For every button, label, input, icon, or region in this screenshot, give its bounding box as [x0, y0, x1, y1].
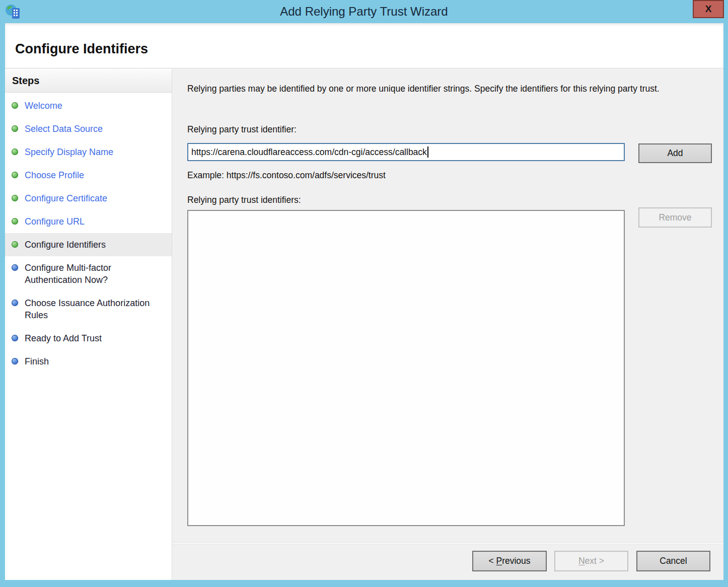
- previous-button[interactable]: < Previous: [472, 551, 547, 571]
- cancel-button[interactable]: Cancel: [636, 551, 710, 571]
- steps-sidebar: Steps WelcomeSelect Data SourceSpecify D…: [5, 69, 172, 580]
- page-header: Configure Identifiers: [5, 23, 723, 68]
- identifiers-listbox[interactable]: [187, 210, 625, 526]
- sidebar-step-choose-profile[interactable]: Choose Profile: [5, 164, 172, 187]
- identifiers-list-label: Relying party trust identifiers:: [187, 195, 301, 205]
- titlebar: Add Relying Party Trust Wizard X: [0, 0, 728, 23]
- previous-button-prefix: <: [488, 556, 496, 566]
- sidebar-step-choose-issuance-authorization-rules: Choose Issuance Authorization Rules: [5, 291, 172, 327]
- sidebar-step-welcome[interactable]: Welcome: [5, 94, 172, 117]
- step-label: Configure Certificate: [25, 192, 107, 204]
- sidebar-step-select-data-source[interactable]: Select Data Source: [5, 117, 172, 140]
- wizard-window: Add Relying Party Trust Wizard X Configu…: [0, 0, 728, 587]
- sidebar-step-configure-certificate[interactable]: Configure Certificate: [5, 187, 172, 210]
- step-label: Configure Multi-factor Authentication No…: [25, 262, 167, 286]
- step-label: Choose Issuance Authorization Rules: [25, 297, 167, 321]
- step-label: Configure URL: [25, 215, 85, 228]
- example-text: Example: https://fs.contoso.com/adfs/ser…: [187, 170, 386, 181]
- step-status-dot: [12, 149, 18, 155]
- sidebar-step-specify-display-name[interactable]: Specify Display Name: [5, 140, 172, 164]
- next-button[interactable]: Next >: [554, 551, 628, 571]
- steps-list: WelcomeSelect Data SourceSpecify Display…: [5, 93, 172, 373]
- sidebar-step-configure-multi-factor-authentication-now: Configure Multi-factor Authentication No…: [5, 256, 172, 291]
- wizard-client-area: Configure Identifiers Steps WelcomeSelec…: [5, 23, 723, 580]
- adfs-app-icon: [5, 4, 21, 20]
- footer-separator: [172, 542, 723, 544]
- step-label: Choose Profile: [25, 169, 84, 181]
- next-button-accel: N: [578, 556, 585, 566]
- step-status-dot: [12, 335, 18, 341]
- sidebar-step-finish: Finish: [5, 350, 172, 373]
- step-status-dot: [12, 125, 18, 132]
- main-panel: Relying parties may be identified by one…: [172, 69, 723, 580]
- sidebar-step-ready-to-add-trust: Ready to Add Trust: [5, 327, 172, 350]
- step-status-dot: [12, 218, 18, 225]
- add-button[interactable]: Add: [638, 143, 712, 163]
- sidebar-step-configure-identifiers: Configure Identifiers: [5, 233, 172, 256]
- identifier-input[interactable]: https://carena.cloudflareaccess.com/cdn-…: [187, 143, 625, 161]
- window-title: Add Relying Party Trust Wizard: [60, 0, 668, 23]
- step-label: Welcome: [25, 100, 62, 112]
- steps-heading: Steps: [5, 69, 172, 93]
- previous-button-accel: P: [496, 556, 502, 566]
- remove-button[interactable]: Remove: [638, 207, 712, 228]
- previous-button-rest: revious: [502, 556, 530, 566]
- step-status-dot: [12, 300, 18, 306]
- sidebar-step-configure-url[interactable]: Configure URL: [5, 210, 172, 233]
- identifier-input-value: https://carena.cloudflareaccess.com/cdn-…: [191, 147, 427, 158]
- text-caret: [427, 146, 428, 158]
- step-status-dot: [12, 102, 18, 109]
- step-status-dot: [12, 195, 18, 201]
- step-status-dot: [12, 241, 18, 248]
- intro-text: Relying parties may be identified by one…: [187, 82, 706, 96]
- step-label: Finish: [25, 355, 49, 368]
- wizard-body: Steps WelcomeSelect Data SourceSpecify D…: [5, 69, 723, 580]
- page-title: Configure Identifiers: [5, 23, 723, 57]
- step-status-dot: [12, 358, 18, 364]
- step-label: Select Data Source: [25, 123, 103, 135]
- step-status-dot: [12, 264, 18, 271]
- identifier-label: Relying party trust identifier:: [187, 124, 297, 135]
- step-status-dot: [12, 172, 18, 178]
- step-label: Ready to Add Trust: [25, 332, 102, 344]
- next-button-rest: ext >: [585, 556, 604, 566]
- close-button[interactable]: X: [693, 0, 724, 18]
- step-label: Specify Display Name: [25, 146, 113, 158]
- step-label: Configure Identifiers: [25, 239, 106, 251]
